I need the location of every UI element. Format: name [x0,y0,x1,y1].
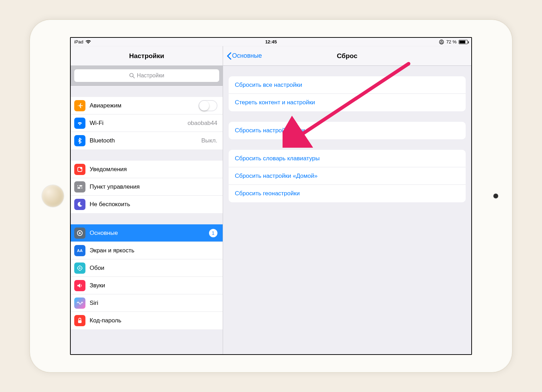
back-label: Основные [232,52,262,59]
dnd-icon [74,199,85,210]
sidebar-item-label: Основные [90,230,205,237]
battery-percent: 72 % [446,39,457,44]
svg-text:AA: AA [77,248,83,253]
sidebar-item-label: Пункт управления [90,183,217,190]
battery-icon [459,40,468,44]
reset-location-privacy[interactable]: Сбросить геонастройки [229,185,466,202]
sidebar-item-label: Авиарежим [90,102,194,109]
reset-group-1: Сбросить все настройки Стереть контент и… [229,76,466,111]
screen: iPad 12:45 72 % Настройки [70,37,472,355]
front-camera [493,194,498,198]
bluetooth-icon [74,135,85,146]
back-button[interactable]: Основные [223,52,262,60]
svg-point-4 [80,167,82,169]
sidebar-group-1: Авиарежим Wi-Fi obaobab44 [71,97,223,149]
reset-group-3: Сбросить словарь клавиатуры Сбросить нас… [229,150,466,202]
display-icon: AA [74,245,85,256]
sidebar-header: Настройки [71,46,223,66]
airplane-toggle[interactable] [199,100,217,111]
sidebar-item-siri[interactable]: Siri [71,294,223,312]
device-label: iPad [74,39,83,44]
svg-line-2 [133,77,134,78]
wifi-value: obaobab44 [188,120,217,127]
reset-network-settings[interactable]: Сбросить настройки сети [229,122,466,139]
airplane-icon [74,100,85,111]
search-icon [129,73,135,78]
sidebar-title: Настройки [129,52,164,60]
detail-header: Основные Сброс [223,46,471,66]
reset-keyboard-dictionary[interactable]: Сбросить словарь клавиатуры [229,150,466,167]
ipad-frame: iPad 12:45 72 % Настройки [29,19,513,373]
sidebar-item-notifications[interactable]: Уведомления [71,161,223,178]
search-placeholder: Настройки [137,72,164,79]
search-input[interactable]: Настройки [74,69,219,82]
sidebar-item-controlcenter[interactable]: Пункт управления [71,178,223,196]
sidebar-item-label: Siri [90,300,217,307]
sidebar-item-label: Bluetooth [90,137,197,144]
siri-icon [74,298,85,309]
home-button[interactable] [42,185,64,207]
svg-point-10 [79,232,81,234]
sidebar-item-label: Обои [90,265,217,272]
sidebar-group-2: Уведомления Пункт управления Не беспокои… [71,161,223,213]
svg-rect-18 [78,320,82,323]
sidebar-item-label: Уведомления [90,166,217,173]
wifi-settings-icon [74,118,85,129]
erase-all-content[interactable]: Стереть контент и настройки [229,94,466,111]
sounds-icon [74,280,85,291]
svg-point-13 [79,267,81,269]
reset-all-settings[interactable]: Сбросить все настройки [229,76,466,94]
svg-point-7 [78,185,79,186]
reset-home-layout[interactable]: Сбросить настройки «Домой» [229,167,466,185]
sidebar-item-dnd[interactable]: Не беспокоить [71,196,223,213]
lock-icon [74,315,85,326]
status-bar: iPad 12:45 72 % [71,38,471,46]
sidebar-item-general[interactable]: Основные 1 [71,224,223,242]
control-center-icon [74,181,85,192]
sidebar-item-passcode[interactable]: Код-пароль [71,312,223,329]
bluetooth-value: Выкл. [201,137,217,144]
settings-sidebar: Настройки Настройки Авиарежим [71,46,223,354]
gear-icon [74,227,85,239]
sidebar-item-airplane[interactable]: Авиарежим [71,97,223,114]
wifi-icon [85,40,91,44]
sidebar-item-wallpaper[interactable]: Обои [71,259,223,277]
sidebar-item-display[interactable]: AA Экран и яркость [71,242,223,259]
detail-pane: Основные Сброс Сбросить все настройки Ст… [223,46,471,354]
chevron-left-icon [227,52,231,60]
sidebar-group-3: Основные 1 AA Экран и яркость Обои [71,224,223,329]
general-badge: 1 [209,229,217,237]
detail-content: Сбросить все настройки Стереть контент и… [223,66,471,354]
sidebar-item-label: Wi-Fi [90,120,183,127]
sidebar-item-bluetooth[interactable]: Bluetooth Выкл. [71,132,223,149]
sidebar-item-sounds[interactable]: Звуки [71,277,223,294]
svg-point-8 [80,187,82,188]
orientation-lock-icon [439,40,444,44]
sidebar-item-label: Код-пароль [90,317,217,324]
reset-group-2: Сбросить настройки сети [229,122,466,139]
sidebar-item-wifi[interactable]: Wi-Fi obaobab44 [71,114,223,132]
search-container: Настройки [71,66,223,86]
notifications-icon [74,164,85,175]
wallpaper-icon [74,262,85,274]
sidebar-item-label: Не беспокоить [90,201,217,208]
sidebar-item-label: Звуки [90,282,217,289]
sidebar-item-label: Экран и яркость [90,247,217,254]
status-time: 12:45 [265,39,277,44]
